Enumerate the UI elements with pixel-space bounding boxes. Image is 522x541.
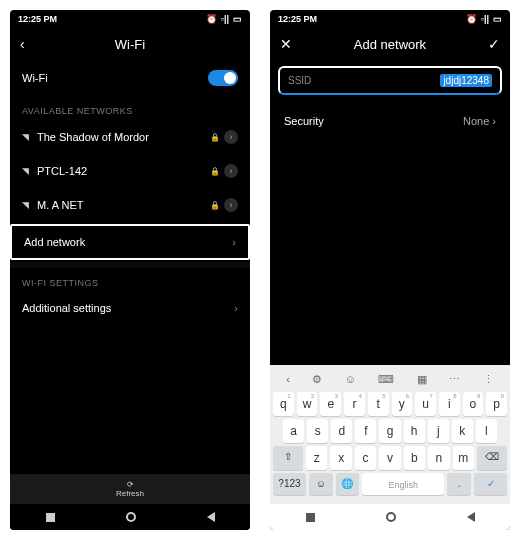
key-🌐[interactable]: 🌐 bbox=[336, 473, 360, 495]
key-f[interactable]: f bbox=[355, 419, 376, 443]
network-name: PTCL-142 bbox=[37, 165, 87, 177]
back-button[interactable]: ‹ bbox=[20, 36, 25, 52]
soft-keyboard: ‹ ⚙ ☺ ⌨ ▦ ⋯ ⋮ q1w2e3r4t5y6u7i8o9p0 asdfg… bbox=[270, 365, 510, 504]
page-title: Add network bbox=[270, 37, 510, 52]
key-h[interactable]: h bbox=[404, 419, 425, 443]
add-network-label: Add network bbox=[24, 236, 85, 248]
key-c[interactable]: c bbox=[355, 446, 376, 470]
kb-tool[interactable]: ‹ bbox=[286, 373, 290, 386]
kb-tool[interactable]: ☺ bbox=[345, 373, 356, 386]
close-button[interactable]: ✕ bbox=[280, 36, 292, 52]
key-s[interactable]: s bbox=[307, 419, 328, 443]
refresh-button[interactable]: ⟳ Refresh bbox=[10, 474, 250, 504]
key-v[interactable]: v bbox=[379, 446, 400, 470]
key-w[interactable]: w2 bbox=[297, 392, 318, 416]
wifi-settings-header: WI-FI SETTINGS bbox=[10, 268, 250, 292]
key-y[interactable]: y6 bbox=[392, 392, 413, 416]
key-⌫[interactable]: ⌫ bbox=[477, 446, 507, 470]
status-bar: 12:25 PM ⏰ ▫︎|| ▭ bbox=[10, 10, 250, 28]
lock-icon: 🔒 bbox=[210, 201, 220, 210]
chevron-icon[interactable]: › bbox=[224, 198, 238, 212]
network-row[interactable]: ◥M. A NET 🔒› bbox=[10, 188, 250, 222]
network-name: M. A NET bbox=[37, 199, 83, 211]
kb-tool[interactable]: ▦ bbox=[417, 373, 427, 386]
add-network-row[interactable]: Add network › bbox=[12, 226, 248, 258]
security-value: None bbox=[463, 115, 489, 127]
key-u[interactable]: u7 bbox=[415, 392, 436, 416]
wifi-toggle-row[interactable]: Wi-Fi bbox=[10, 60, 250, 96]
refresh-label: Refresh bbox=[116, 489, 144, 498]
key-English[interactable]: English bbox=[362, 473, 444, 495]
refresh-icon: ⟳ bbox=[127, 480, 134, 489]
key-✓[interactable]: ✓ bbox=[474, 473, 507, 495]
alarm-icon: ⏰ bbox=[206, 14, 217, 24]
key-g[interactable]: g bbox=[379, 419, 400, 443]
network-row[interactable]: ◥The Shadow of Mordor 🔒› bbox=[10, 120, 250, 154]
nav-home-icon[interactable] bbox=[386, 512, 396, 522]
status-time: 12:25 PM bbox=[18, 14, 57, 24]
chevron-icon: › bbox=[232, 236, 236, 248]
key-d[interactable]: d bbox=[331, 419, 352, 443]
key-x[interactable]: x bbox=[330, 446, 351, 470]
key-q[interactable]: q1 bbox=[273, 392, 294, 416]
chevron-icon: › bbox=[492, 115, 496, 127]
chevron-icon[interactable]: › bbox=[224, 164, 238, 178]
additional-settings-row[interactable]: Additional settings › bbox=[10, 292, 250, 324]
security-row[interactable]: Security None › bbox=[270, 101, 510, 141]
network-row[interactable]: ◥PTCL-142 🔒› bbox=[10, 154, 250, 188]
key-z[interactable]: z bbox=[306, 446, 327, 470]
battery-icon: ▭ bbox=[233, 14, 242, 24]
signal-icon: ▫︎|| bbox=[481, 14, 489, 24]
key-r[interactable]: r4 bbox=[344, 392, 365, 416]
kb-tool[interactable]: ⋯ bbox=[449, 373, 460, 386]
key-e[interactable]: e3 bbox=[320, 392, 341, 416]
kb-tool[interactable]: ⌨ bbox=[378, 373, 394, 386]
nav-back-icon[interactable] bbox=[467, 512, 475, 522]
key-o[interactable]: o9 bbox=[463, 392, 484, 416]
key-l[interactable]: l bbox=[476, 419, 497, 443]
key-p[interactable]: p0 bbox=[486, 392, 507, 416]
lock-icon: 🔒 bbox=[210, 167, 220, 176]
key-.[interactable]: . bbox=[447, 473, 471, 495]
chevron-icon: › bbox=[234, 302, 238, 314]
keyboard-toolbar: ‹ ⚙ ☺ ⌨ ▦ ⋯ ⋮ bbox=[273, 369, 507, 392]
key-?123[interactable]: ?123 bbox=[273, 473, 306, 495]
wifi-icon: ◥ bbox=[22, 200, 29, 210]
key-j[interactable]: j bbox=[428, 419, 449, 443]
available-networks-header: AVAILABLE NETWORKS bbox=[10, 96, 250, 120]
key-a[interactable]: a bbox=[283, 419, 304, 443]
nav-recent-icon[interactable] bbox=[46, 513, 55, 522]
wifi-label: Wi-Fi bbox=[22, 72, 48, 84]
nav-back-icon[interactable] bbox=[207, 512, 215, 522]
key-k[interactable]: k bbox=[452, 419, 473, 443]
kb-tool[interactable]: ⚙ bbox=[312, 373, 322, 386]
wifi-settings-screen: 12:25 PM ⏰ ▫︎|| ▭ ‹ Wi-Fi Wi-Fi AVAILABL… bbox=[10, 10, 250, 530]
add-network-highlight: Add network › bbox=[10, 224, 250, 260]
key-☺[interactable]: ☺ bbox=[309, 473, 333, 495]
key-m[interactable]: m bbox=[453, 446, 474, 470]
wifi-icon: ◥ bbox=[22, 166, 29, 176]
alarm-icon: ⏰ bbox=[466, 14, 477, 24]
top-bar: ✕ Add network ✓ bbox=[270, 28, 510, 60]
security-label: Security bbox=[284, 115, 324, 127]
ssid-placeholder: SSID bbox=[288, 75, 311, 86]
key-n[interactable]: n bbox=[428, 446, 449, 470]
wifi-toggle[interactable] bbox=[208, 70, 238, 86]
confirm-button[interactable]: ✓ bbox=[488, 36, 500, 52]
kb-tool[interactable]: ⋮ bbox=[483, 373, 494, 386]
signal-icon: ▫︎|| bbox=[221, 14, 229, 24]
status-time: 12:25 PM bbox=[278, 14, 317, 24]
chevron-icon[interactable]: › bbox=[224, 130, 238, 144]
key-t[interactable]: t5 bbox=[368, 392, 389, 416]
key-i[interactable]: i8 bbox=[439, 392, 460, 416]
ssid-input[interactable]: SSID jdjdj12348 bbox=[278, 66, 502, 95]
additional-settings-label: Additional settings bbox=[22, 302, 111, 314]
lock-icon: 🔒 bbox=[210, 133, 220, 142]
nav-recent-icon[interactable] bbox=[306, 513, 315, 522]
wifi-icon: ◥ bbox=[22, 132, 29, 142]
key-b[interactable]: b bbox=[404, 446, 425, 470]
status-bar: 12:25 PM ⏰ ▫︎|| ▭ bbox=[270, 10, 510, 28]
key-⇧[interactable]: ⇧ bbox=[273, 446, 303, 470]
add-network-screen: 12:25 PM ⏰ ▫︎|| ▭ ✕ Add network ✓ SSID j… bbox=[270, 10, 510, 530]
nav-home-icon[interactable] bbox=[126, 512, 136, 522]
